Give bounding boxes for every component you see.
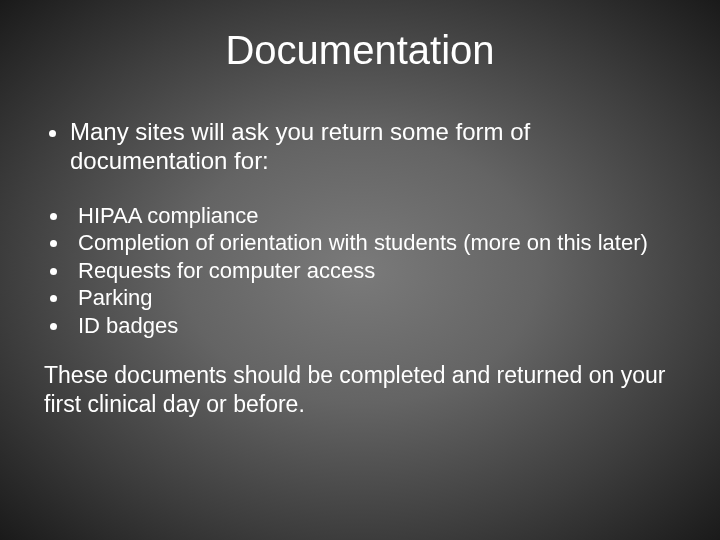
slide-body: Many sites will ask you return some form… [44,118,684,419]
intro-item: Many sites will ask you return some form… [70,118,684,176]
documentation-list: HIPAA compliance Completion of orientati… [44,202,684,340]
list-item: Completion of orientation with students … [70,229,684,257]
closing-text: These documents should be completed and … [44,361,684,419]
list-item: HIPAA compliance [70,202,684,230]
list-item: ID badges [70,312,684,340]
list-item: Parking [70,284,684,312]
list-item: Requests for computer access [70,257,684,285]
slide-title: Documentation [0,28,720,73]
slide: Documentation Many sites will ask you re… [0,0,720,540]
intro-list: Many sites will ask you return some form… [44,118,684,176]
